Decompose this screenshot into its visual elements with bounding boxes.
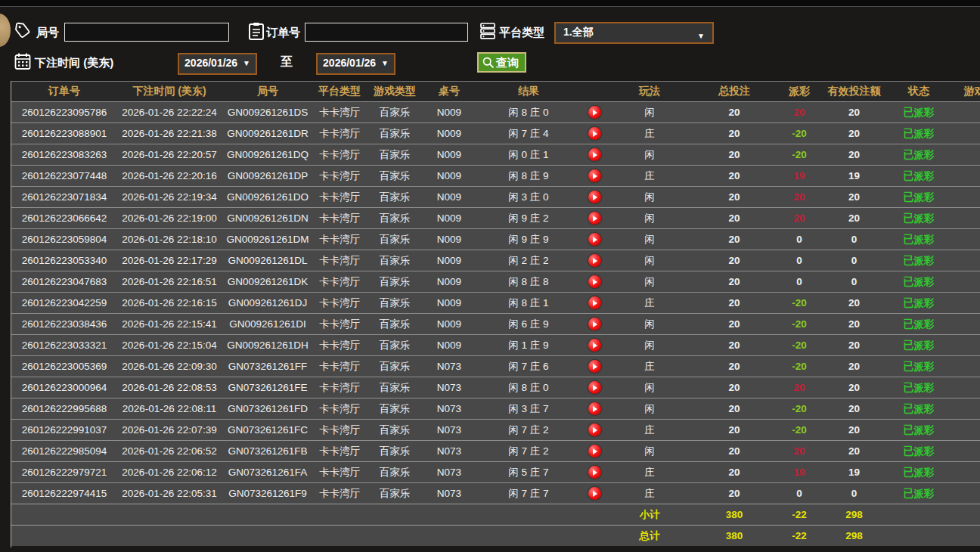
cell-total-bet: 20 [693, 187, 775, 207]
play-icon[interactable] [588, 275, 601, 288]
table-row: 2601262230957862026-01-26 22:22:24GN0092… [11, 101, 980, 122]
subtotal-row-empty-cell [117, 504, 222, 525]
play-icon[interactable] [588, 466, 601, 479]
table-row: 2601262230009642026-01-26 22:08:53GN0732… [11, 377, 980, 398]
grandtotal-row-empty-cell [117, 526, 222, 546]
chevron-down-icon: ▼ [243, 59, 250, 67]
order-no-input[interactable] [305, 23, 468, 42]
cell-table-no: N009 [424, 123, 474, 144]
subtotal-row-empty-cell [314, 504, 365, 525]
cell-table-no: N009 [424, 335, 474, 355]
cell-game-no: GN073261261FD [222, 398, 314, 419]
cell-order-no: 260126223066642 [11, 208, 117, 228]
query-button[interactable]: 查询 [477, 52, 526, 73]
cell-valid-bet: 20 [823, 441, 885, 461]
play-icon[interactable] [588, 339, 601, 352]
grandtotal-row-payout: -22 [775, 526, 823, 546]
header-replay [583, 82, 606, 101]
play-icon[interactable] [588, 127, 601, 140]
subtotal-row-empty-cell [885, 504, 953, 525]
cell-total-bet: 20 [693, 441, 775, 461]
cell-game-mode: - [953, 187, 980, 207]
table-row: 2601262230718342026-01-26 22:19:34GN0092… [11, 186, 980, 207]
cell-platform: 卡卡湾厅 [314, 483, 365, 504]
grandtotal-row-valid-bet: 298 [823, 526, 885, 546]
play-icon[interactable] [588, 254, 601, 267]
cell-replay [583, 144, 606, 165]
cell-game-no: GN009261261DL [222, 250, 314, 271]
cell-bet-time: 2026-01-26 22:08:53 [117, 377, 222, 398]
cell-platform: 卡卡湾厅 [314, 271, 365, 292]
play-icon[interactable] [588, 402, 601, 415]
panel-collapse-handle[interactable] [0, 14, 11, 47]
play-icon[interactable] [588, 296, 601, 309]
cell-table-no: N009 [424, 102, 474, 122]
play-icon[interactable] [588, 191, 601, 203]
cell-play: 庄 [606, 420, 693, 440]
grandtotal-row-label: 总计 [606, 526, 693, 546]
cell-payout: 19 [775, 166, 823, 186]
play-icon[interactable] [588, 212, 601, 225]
subtotal-row: 小计380-22298 [11, 504, 980, 525]
play-icon[interactable] [588, 445, 601, 457]
play-icon[interactable] [588, 148, 601, 161]
table-row: 2601262230422592026-01-26 22:16:15GN0092… [11, 292, 980, 313]
cell-result: 闲 8 庄 1 [474, 293, 583, 313]
cell-platform: 卡卡湾厅 [314, 187, 365, 207]
cell-bet-time: 2026-01-26 22:21:38 [117, 123, 222, 144]
cell-order-no: 260126223053340 [11, 250, 117, 271]
cell-payout: -20 [775, 398, 823, 419]
play-icon[interactable] [588, 360, 601, 373]
cell-platform: 卡卡湾厅 [314, 441, 365, 461]
cell-order-no: 260126223038436 [11, 314, 117, 334]
cell-total-bet: 20 [693, 271, 775, 292]
date-range-to-label: 至 [281, 54, 293, 70]
cell-payout: 20 [775, 187, 823, 207]
game-no-input[interactable] [64, 23, 229, 42]
table-row: 2601262230533402026-01-26 22:17:29GN0092… [11, 250, 980, 271]
play-icon[interactable] [588, 381, 601, 394]
cell-game-no: GN009261261DK [222, 271, 314, 292]
subtotal-row-empty-cell [222, 504, 314, 525]
play-icon[interactable] [588, 106, 601, 119]
cell-result: 闲 7 庄 2 [474, 441, 583, 461]
platform-type-label: 平台类型 [499, 23, 544, 42]
cell-game-mode: - [953, 166, 980, 186]
play-icon[interactable] [588, 423, 601, 436]
play-icon[interactable] [588, 169, 601, 182]
cell-platform: 卡卡湾厅 [314, 398, 365, 419]
subtotal-row-payout: -22 [775, 504, 823, 525]
header-game-mode: 游戏模式 [953, 82, 980, 101]
cell-valid-bet: 20 [823, 398, 885, 419]
cell-order-no: 260126223059804 [11, 229, 117, 250]
tag-icon [14, 22, 31, 40]
header-total-bet: 总投注 [693, 82, 775, 101]
query-button-label: 查询 [496, 53, 519, 73]
cell-total-bet: 20 [693, 483, 775, 504]
table-row: 2601262230889012026-01-26 22:21:38GN0092… [11, 122, 980, 144]
play-icon[interactable] [588, 487, 601, 500]
cell-replay [583, 441, 606, 461]
cell-total-bet: 20 [693, 208, 775, 228]
cell-valid-bet: 19 [823, 166, 885, 186]
cell-game-no: GN009261261DR [222, 123, 314, 144]
grandtotal-row: 总计380-22298 [11, 525, 980, 546]
cell-table-no: N009 [424, 293, 474, 313]
grandtotal-row-empty-cell [424, 526, 474, 546]
platform-type-select[interactable]: 1.全部 ▼ [554, 22, 714, 44]
date-to-select[interactable]: 2026/01/26 ▼ [316, 53, 395, 75]
play-icon[interactable] [588, 233, 601, 246]
grandtotal-row-empty-cell [11, 526, 117, 546]
cell-table-no: N009 [424, 250, 474, 271]
cell-table-no: N073 [424, 377, 474, 398]
date-from-select[interactable]: 2026/01/26 ▼ [178, 53, 257, 75]
header-status: 状态 [885, 82, 953, 101]
cell-game-no: GN073261261FA [222, 462, 314, 482]
cell-bet-time: 2026-01-26 22:17:29 [117, 250, 222, 271]
play-icon[interactable] [588, 318, 601, 330]
cell-bet-time: 2026-01-26 22:15:04 [117, 335, 222, 355]
cell-status: 已派彩 [885, 187, 953, 207]
cell-total-bet: 20 [693, 102, 775, 122]
cell-order-no: 260126223088901 [11, 123, 117, 144]
cell-game-no: GN009261261DM [222, 229, 314, 250]
